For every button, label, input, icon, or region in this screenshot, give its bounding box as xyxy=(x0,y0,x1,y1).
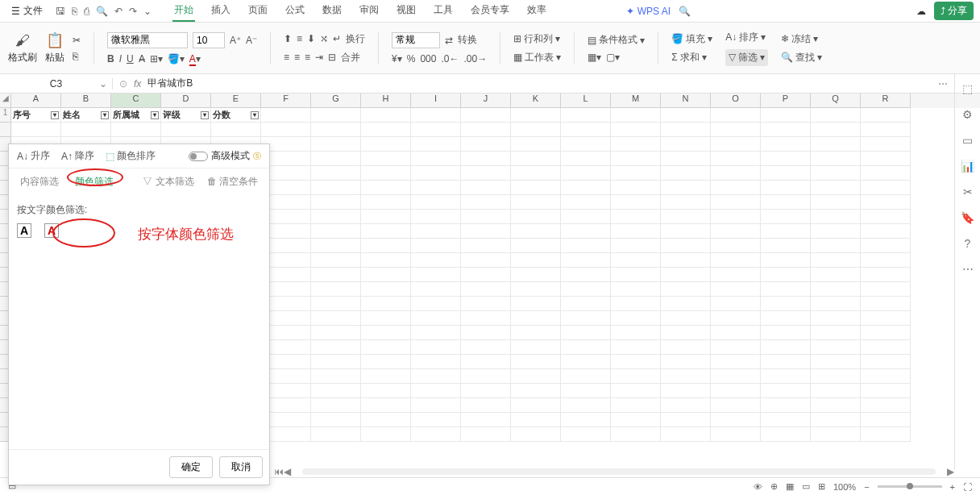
increase-decimal-icon[interactable]: .00→ xyxy=(463,53,487,64)
cell[interactable] xyxy=(361,355,411,369)
cell[interactable] xyxy=(61,123,111,137)
cell[interactable] xyxy=(361,311,411,326)
cell[interactable] xyxy=(361,413,411,427)
cell[interactable] xyxy=(361,297,411,311)
cell[interactable] xyxy=(861,384,911,398)
col-header-G[interactable]: G xyxy=(311,94,361,108)
cell[interactable] xyxy=(611,384,661,398)
zoom-in-icon[interactable]: + xyxy=(950,482,955,492)
paste-button[interactable]: 📋 粘贴 xyxy=(45,31,64,64)
cell[interactable] xyxy=(611,297,661,311)
col-header-Q[interactable]: Q xyxy=(811,94,861,108)
cell[interactable] xyxy=(311,152,361,166)
filter-dropdown-icon[interactable]: ▾ xyxy=(151,111,159,119)
cell[interactable] xyxy=(461,195,511,210)
cell[interactable] xyxy=(711,210,761,224)
cell[interactable] xyxy=(411,369,461,384)
cell[interactable] xyxy=(811,413,861,427)
cell[interactable] xyxy=(611,311,661,326)
cell[interactable] xyxy=(711,137,761,152)
cell[interactable] xyxy=(811,398,861,413)
cell[interactable] xyxy=(411,181,461,195)
cell[interactable] xyxy=(311,210,361,224)
scroll-left-icon[interactable]: ◀ xyxy=(284,466,291,477)
cell[interactable] xyxy=(561,268,611,282)
undo-icon[interactable]: ↶ xyxy=(114,6,122,17)
cell[interactable] xyxy=(861,326,911,340)
freeze-button[interactable]: ❄冻结▾ xyxy=(781,32,822,46)
cell[interactable] xyxy=(761,195,811,210)
page-view-icon[interactable]: ▭ xyxy=(802,481,810,492)
cell[interactable] xyxy=(611,355,661,369)
cell[interactable] xyxy=(361,166,411,181)
cell[interactable] xyxy=(511,427,561,442)
col-header-L[interactable]: L xyxy=(561,94,611,108)
cell[interactable] xyxy=(311,413,361,427)
filter-button[interactable]: ▽筛选▾ xyxy=(725,49,768,66)
cell[interactable] xyxy=(461,297,511,311)
cell[interactable] xyxy=(611,224,661,239)
cell[interactable] xyxy=(661,297,711,311)
cell[interactable] xyxy=(811,253,861,268)
zoom-value[interactable]: 100% xyxy=(833,482,856,492)
cell[interactable] xyxy=(761,224,811,239)
find-button[interactable]: 🔍查找▾ xyxy=(781,51,822,64)
cell[interactable] xyxy=(411,137,461,152)
wrap-icon[interactable]: ↵ xyxy=(333,33,341,44)
cell[interactable] xyxy=(711,311,761,326)
cell[interactable] xyxy=(711,181,761,195)
align-center-icon[interactable]: ≡ xyxy=(294,52,300,63)
cell[interactable] xyxy=(761,311,811,326)
cell[interactable] xyxy=(311,239,361,253)
cell[interactable] xyxy=(361,340,411,355)
cell[interactable] xyxy=(611,152,661,166)
cell[interactable] xyxy=(511,297,561,311)
cell[interactable] xyxy=(411,340,461,355)
font-name-select[interactable] xyxy=(107,32,188,48)
cell[interactable] xyxy=(411,326,461,340)
cell[interactable] xyxy=(261,123,311,137)
wps-ai-button[interactable]: ✦ WPS AI xyxy=(626,6,671,17)
tab-home[interactable]: 开始 xyxy=(172,0,195,22)
cell[interactable] xyxy=(611,282,661,297)
increase-font-icon[interactable]: A⁺ xyxy=(230,35,241,46)
font-size-select[interactable] xyxy=(193,32,225,48)
cell[interactable] xyxy=(361,210,411,224)
cell[interactable] xyxy=(661,384,711,398)
cloud-icon[interactable]: ☁ xyxy=(916,6,926,17)
cell[interactable] xyxy=(711,355,761,369)
cell[interactable] xyxy=(761,326,811,340)
tab-content-filter[interactable]: 内容筛选 xyxy=(17,173,62,190)
col-header-E[interactable]: E xyxy=(211,94,261,108)
cell[interactable] xyxy=(411,282,461,297)
tab-efficiency[interactable]: 效率 xyxy=(525,0,548,22)
cell[interactable] xyxy=(661,253,711,268)
col-header-P[interactable]: P xyxy=(761,94,811,108)
sort-button[interactable]: A↓排序▾ xyxy=(725,31,768,44)
color-sort-button[interactable]: ⬚颜色排序 xyxy=(106,149,156,163)
cell[interactable] xyxy=(661,340,711,355)
cell[interactable] xyxy=(411,268,461,282)
cell[interactable] xyxy=(661,355,711,369)
sort-desc-button[interactable]: A↑降序 xyxy=(61,149,94,163)
sort-asc-button[interactable]: A↓升序 xyxy=(17,149,50,163)
cell[interactable] xyxy=(611,398,661,413)
cell[interactable] xyxy=(861,224,911,239)
cell[interactable] xyxy=(461,268,511,282)
cond-format-button[interactable]: ▤条件格式▾ xyxy=(588,33,645,47)
cell[interactable] xyxy=(711,413,761,427)
number-format-select[interactable] xyxy=(392,32,440,48)
cell[interactable] xyxy=(511,413,561,427)
cell[interactable] xyxy=(561,369,611,384)
cell[interactable] xyxy=(861,166,911,181)
cell[interactable] xyxy=(311,253,361,268)
cell[interactable] xyxy=(811,224,861,239)
cell[interactable] xyxy=(411,427,461,442)
formula-bar-expand-icon[interactable]: ⋯ xyxy=(938,78,948,89)
cell[interactable] xyxy=(711,152,761,166)
select-icon[interactable]: ⬚ xyxy=(962,82,973,95)
cell[interactable] xyxy=(311,181,361,195)
cell[interactable] xyxy=(711,297,761,311)
cell[interactable] xyxy=(561,311,611,326)
cell[interactable] xyxy=(861,210,911,224)
